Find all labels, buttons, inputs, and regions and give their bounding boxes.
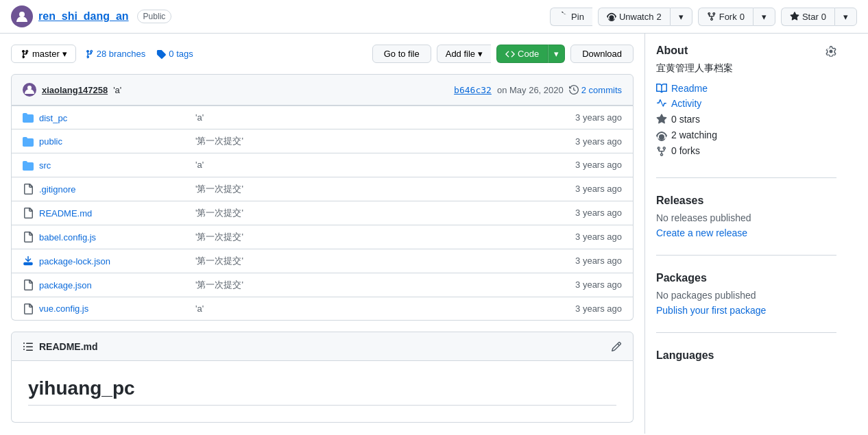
file-nav: master ▾ 28 branches 0 tags Go to file xyxy=(11,45,634,63)
activity-icon xyxy=(656,98,667,109)
file-type-icon xyxy=(23,159,34,171)
file-message: '第一次提交' xyxy=(195,255,570,267)
user-avatar[interactable] xyxy=(11,5,33,27)
commit-avatar xyxy=(23,83,36,97)
readme-link[interactable]: Readme xyxy=(656,83,836,94)
file-message: 'a' xyxy=(195,160,570,170)
repo-name[interactable]: ren_shi_dang_an xyxy=(38,10,129,23)
packages-section: Packages No packages published Publish y… xyxy=(656,272,836,333)
watching-count: 2 watching xyxy=(671,129,717,140)
file-link[interactable]: package-lock.json xyxy=(39,256,110,266)
readme-heading: yihuang_pc xyxy=(28,377,616,406)
file-name: .gitignore xyxy=(39,184,190,195)
repo-identity: ren_shi_dang_an Public xyxy=(11,5,171,27)
sidebar: About 宜黄管理人事档案 Readme Activity 0 stars xyxy=(644,34,847,434)
file-type-icon xyxy=(23,279,34,290)
file-message: 'a' xyxy=(195,112,570,123)
readme-edit-button[interactable] xyxy=(611,340,622,352)
forks-count: 0 forks xyxy=(671,145,700,156)
file-date: 3 years ago xyxy=(575,256,622,266)
file-link[interactable]: README.md xyxy=(39,208,92,219)
unwatch-button[interactable]: Unwatch 2 xyxy=(598,8,670,26)
file-message: '第一次提交' xyxy=(195,207,570,219)
code-dropdown[interactable]: ▾ xyxy=(548,45,565,63)
code-button[interactable]: Code xyxy=(496,45,548,63)
commit-hash[interactable]: b646c32 xyxy=(454,85,492,95)
file-message: '第一次提交' xyxy=(195,231,570,243)
commit-count-link[interactable]: 2 commits xyxy=(581,85,622,95)
star-count: 0 xyxy=(821,12,826,22)
file-type-icon xyxy=(23,231,34,243)
tags-count: 0 tags xyxy=(169,49,193,59)
list-icon xyxy=(23,341,34,352)
file-name: package-lock.json xyxy=(39,256,190,266)
fork-count: 0 xyxy=(740,12,745,22)
file-date: 3 years ago xyxy=(575,136,622,147)
file-link[interactable]: src xyxy=(39,160,51,171)
file-message: '第一次提交' xyxy=(195,183,570,195)
file-link[interactable]: babel.config.js xyxy=(39,232,96,243)
branch-selector[interactable]: master ▾ xyxy=(11,45,76,63)
table-row: src 'a' 3 years ago xyxy=(12,153,633,176)
file-name: public xyxy=(39,136,190,147)
add-file-button-group: Add file ▾ xyxy=(437,45,491,63)
fork-button-group: Fork 0 ▾ xyxy=(698,8,775,26)
fork-dropdown[interactable]: ▾ xyxy=(753,8,775,26)
languages-section: Languages xyxy=(656,349,836,384)
code-button-group: Code ▾ xyxy=(496,45,565,63)
readme-content: yihuang_pc xyxy=(11,361,634,423)
pin-button[interactable]: Pin xyxy=(550,8,592,26)
activity-link-label: Activity xyxy=(671,98,701,109)
tags-link[interactable]: 0 tags xyxy=(156,49,193,59)
releases-section: Releases No releases published Create a … xyxy=(656,195,836,256)
commit-date: on May 26, 2020 xyxy=(497,85,564,95)
languages-title: Languages xyxy=(656,349,836,362)
watching-stat: 2 watching xyxy=(656,129,836,140)
unwatch-count: 2 xyxy=(656,12,661,22)
file-link[interactable]: public xyxy=(39,136,62,147)
commit-author[interactable]: xiaolang147258 xyxy=(42,85,108,95)
star-button-group: Star 0 ▾ xyxy=(781,8,857,26)
top-actions: Pin Unwatch 2 ▾ Fork 0 ▾ Star 0 xyxy=(550,8,857,26)
goto-file-button[interactable]: Go to file xyxy=(372,45,431,63)
file-link[interactable]: vue.config.js xyxy=(39,303,88,314)
star-stat-icon xyxy=(656,113,667,125)
no-releases-text: No releases published xyxy=(656,212,836,223)
readme-bar: README.md xyxy=(11,332,634,361)
readme-link-label: Readme xyxy=(671,83,708,94)
star-dropdown[interactable]: ▾ xyxy=(834,8,857,26)
add-file-button[interactable]: Add file ▾ xyxy=(437,45,491,63)
commit-history: 2 commits xyxy=(569,85,622,95)
file-link[interactable]: package.json xyxy=(39,280,92,290)
file-date: 3 years ago xyxy=(575,184,622,194)
table-row: babel.config.js '第一次提交' 3 years ago xyxy=(12,225,633,249)
fork-button[interactable]: Fork 0 xyxy=(698,8,753,26)
pin-button-group: Pin xyxy=(550,8,592,26)
file-type-icon xyxy=(23,207,34,219)
releases-title: Releases xyxy=(656,195,836,207)
file-message: 'a' xyxy=(195,303,570,314)
activity-link[interactable]: Activity xyxy=(656,98,836,109)
download-button[interactable]: Download xyxy=(570,45,634,63)
star-button[interactable]: Star 0 xyxy=(781,8,834,26)
file-date: 3 years ago xyxy=(575,112,622,123)
publish-package-link[interactable]: Publish your first package xyxy=(656,305,766,316)
branch-meta: 28 branches 0 tags xyxy=(84,49,193,59)
watching-icon xyxy=(656,129,667,140)
file-link[interactable]: .gitignore xyxy=(39,184,75,195)
file-message: '第一次提交' xyxy=(195,135,570,147)
file-name: babel.config.js xyxy=(39,232,190,243)
no-packages-text: No packages published xyxy=(656,290,836,301)
file-name: dist_pc xyxy=(39,112,190,123)
unwatch-dropdown[interactable]: ▾ xyxy=(670,8,692,26)
file-type-icon xyxy=(23,112,34,123)
file-link[interactable]: dist_pc xyxy=(39,113,67,123)
book-icon xyxy=(656,83,667,94)
create-release-link[interactable]: Create a new release xyxy=(656,227,747,238)
file-type-icon xyxy=(23,183,34,195)
settings-icon[interactable] xyxy=(825,45,836,57)
branches-link[interactable]: 28 branches xyxy=(84,49,146,59)
stars-stat: 0 stars xyxy=(656,113,836,125)
star-label: Star xyxy=(802,12,819,22)
file-name: package.json xyxy=(39,279,190,290)
